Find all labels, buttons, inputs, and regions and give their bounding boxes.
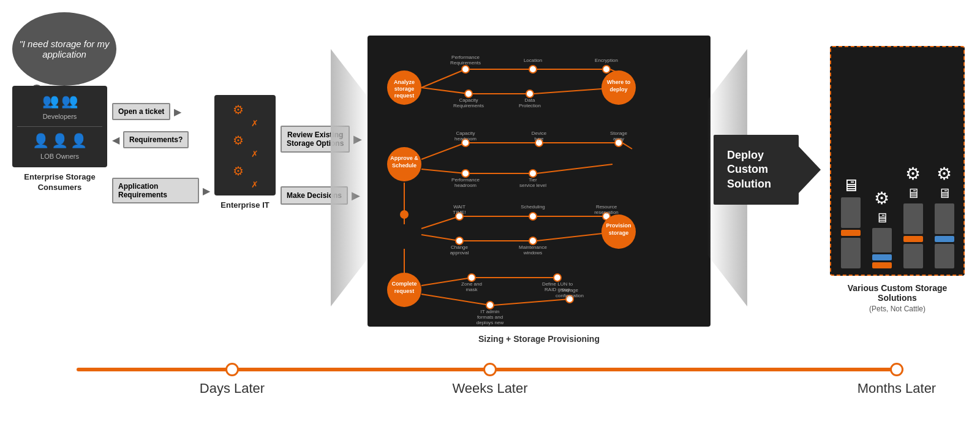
svg-line-50	[537, 164, 612, 173]
app-req-label: Application Requirements	[118, 182, 167, 199]
server-blue-1	[872, 254, 892, 260]
svg-text:Storage: Storage	[561, 287, 579, 293]
svg-text:storage: storage	[609, 230, 629, 236]
person-icon-3: 👤	[32, 133, 49, 149]
svg-text:storage: storage	[394, 86, 415, 92]
svg-line-51	[622, 143, 632, 149]
enterprise-it-label: Enterprise IT	[214, 200, 276, 210]
svg-text:Maintenance: Maintenance	[519, 245, 547, 250]
svg-point-76	[401, 211, 408, 218]
svg-text:Analyze: Analyze	[394, 79, 415, 85]
it-icon-3: ⚙ ✗	[233, 164, 257, 188]
developers-icons: 👥 👥	[42, 93, 78, 109]
svg-text:Resource: Resource	[596, 204, 617, 210]
svg-point-82	[468, 274, 475, 281]
svg-line-52	[421, 216, 459, 229]
server-icon-2: ⚙	[874, 188, 889, 208]
svg-text:Encryption: Encryption	[595, 58, 618, 63]
server-orange-1	[841, 230, 861, 236]
server-dark-2	[841, 238, 861, 268]
enterprise-it-box: ⚙ ✗ ⚙ ✗ ⚙ ✗	[214, 95, 276, 195]
svg-text:formats and: formats and	[477, 314, 503, 320]
speech-bubble-text: "I need storage for my application	[18, 39, 110, 59]
svg-text:Approve &: Approve &	[390, 155, 418, 161]
server-dark-7	[935, 244, 954, 268]
svg-point-12	[603, 66, 610, 73]
timeline-label-2: Weeks Later	[452, 381, 527, 396]
arrow-left-icon: ◀	[112, 134, 119, 146]
server-dark-6	[935, 203, 954, 234]
svg-text:IT admin: IT admin	[481, 309, 500, 314]
server-icon-2b: 🖥	[875, 210, 889, 226]
svg-text:Protection: Protection	[519, 103, 541, 108]
requirements-label: Requirements?	[129, 135, 183, 144]
svg-point-43	[462, 170, 469, 177]
arrows-section: Open a ticket ▶ ◀ Requirements? Applicat…	[112, 103, 210, 203]
svg-text:Provision: Provision	[606, 222, 631, 229]
svg-line-63	[421, 235, 459, 241]
consumers-section: 👥 👥 Developers 👤 👤 👤 LOB Owners Enterpri…	[12, 86, 107, 193]
timeline-line: Days Later Weeks Later Months Later	[77, 368, 903, 371]
deploy-arrow-icon	[799, 146, 821, 193]
person-icon-4: 👤	[51, 133, 68, 149]
svg-text:Schedule: Schedule	[392, 162, 417, 169]
storage-solutions-subtitle: (Pets, Not Cattle)	[830, 305, 965, 313]
server-2: ⚙ 🖥	[872, 188, 892, 268]
svg-text:reservation: reservation	[594, 210, 619, 215]
timeline-label-1: Days Later	[200, 381, 265, 396]
arrow-right-icon-2: ▶	[203, 185, 210, 197]
svg-text:Zone and: Zone and	[461, 281, 482, 287]
app-req-arrow: Application Requirements ▶	[112, 178, 210, 203]
svg-text:headroom: headroom	[454, 136, 477, 142]
svg-text:Data: Data	[525, 97, 535, 103]
svg-text:request: request	[394, 288, 415, 294]
server-icon-1: 🖥	[842, 175, 859, 195]
svg-text:Device: Device	[532, 131, 547, 136]
server-dark-3	[872, 228, 892, 252]
svg-text:Requirements: Requirements	[450, 60, 481, 66]
svg-point-86	[554, 274, 561, 281]
svg-line-14	[421, 88, 469, 94]
server-dark-4	[903, 203, 923, 234]
timeline-dot-1: Days Later	[225, 363, 239, 376]
deploy-label: DeployCustomSolution	[727, 149, 771, 190]
svg-point-90	[486, 302, 494, 309]
svg-text:Storage: Storage	[610, 131, 628, 136]
svg-point-68	[529, 237, 537, 245]
server-orange-3	[903, 236, 923, 242]
it-icon-2: ⚙ ✗	[233, 133, 257, 157]
svg-line-94	[494, 299, 570, 305]
sizing-label: Sizing + Storage Provisioning	[368, 334, 710, 344]
server-icon-4: ⚙	[937, 164, 952, 184]
storage-solutions-title: Various Custom Storage Solutions	[830, 283, 965, 303]
svg-text:TIME!: TIME!	[453, 210, 466, 215]
server-3: ⚙ 🖥	[903, 164, 923, 268]
server-dark-1	[841, 197, 861, 228]
svg-text:approval: approval	[450, 250, 469, 256]
svg-text:Tier: Tier	[529, 177, 537, 183]
svg-text:deploy: deploy	[609, 86, 627, 93]
timeline-dot-3: Months Later	[890, 363, 903, 376]
storage-title-section: Various Custom Storage Solutions (Pets, …	[830, 283, 965, 313]
svg-text:windows: windows	[523, 250, 543, 256]
open-ticket-label: Open a ticket	[118, 107, 164, 116]
server-icon-3: ⚙	[905, 164, 921, 184]
svg-text:headroom: headroom	[454, 183, 477, 188]
person-icon-2: 👥	[61, 93, 78, 109]
app-req-box: Application Requirements	[112, 178, 199, 203]
main-container: "I need storage for my application 👥 👥 D…	[0, 0, 980, 440]
svg-text:Performance: Performance	[451, 55, 480, 60]
svg-text:type: type	[534, 136, 544, 142]
svg-text:Scheduling: Scheduling	[521, 204, 545, 210]
person-icon-5: 👤	[70, 133, 87, 149]
svg-text:Capacity: Capacity	[456, 131, 475, 136]
consumers-title: Enterprise StorageConsumers	[12, 172, 107, 193]
storage-panel: 🖥 ⚙ 🖥 ⚙ 🖥 ⚙ 🖥	[830, 46, 965, 276]
consumers-box: 👥 👥 Developers 👤 👤 👤 LOB Owners	[12, 86, 107, 167]
svg-text:service level: service level	[519, 183, 546, 188]
svg-text:deploys new: deploys new	[477, 320, 504, 325]
svg-point-64	[456, 237, 463, 245]
central-panel: Analyze storage request Performance Requ…	[368, 36, 710, 327]
deploy-box: DeployCustomSolution	[714, 135, 799, 205]
open-ticket-arrow: Open a ticket ▶	[112, 103, 210, 120]
